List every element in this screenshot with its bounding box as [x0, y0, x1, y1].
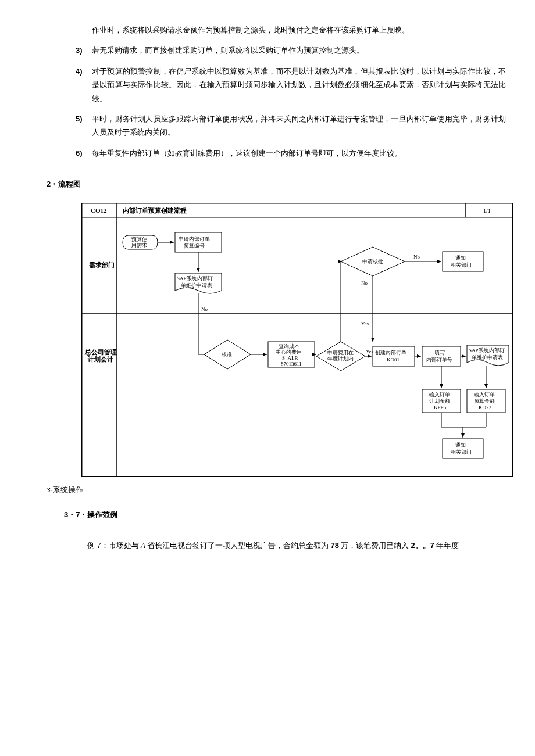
label-yes-1: Yes: [361, 321, 369, 327]
lane-1-label: 需求部门: [89, 261, 115, 268]
list-item-4: 4) 对于预算的预警控制，在仍尸系统中以预算数为基准，而不是以计划数为基准，但其…: [76, 65, 506, 105]
node-create-l1: 创建内部订单: [375, 350, 406, 356]
list-num: 5): [76, 112, 92, 139]
list-num: 6): [76, 146, 92, 160]
subsection-num: 3・7・: [64, 510, 87, 519]
node-bud-l1: 输入订单: [474, 392, 495, 397]
flow-code: CO12: [91, 207, 107, 214]
node-form-l2: 单维护申请表: [181, 282, 212, 288]
node-query-l2: 中心的费用: [276, 349, 302, 355]
node-inplan-l2: 年度计划内: [327, 356, 354, 361]
flow-title: 内部订单预算创建流程: [123, 207, 187, 214]
node-form-r-l1: SAP系统内部订: [469, 347, 505, 353]
list-item-3: 3) 若无采购请求，而直接创建采购订单，则系统将以采购订单作为预算控制之源头。: [76, 44, 506, 57]
node-plan-l3: KPF6: [434, 404, 447, 410]
list-text: 每年重复性内部订单（如教育训练费用），速议创建一个内部订单号即可，以方便年度比较…: [92, 146, 506, 160]
node-inplan-l1: 申请费用在: [327, 350, 354, 356]
node-bud-l3: KO22: [479, 404, 491, 410]
list-item-6: 6) 每年重复性内部订单（如教育训练费用），速议创建一个内部订单号即可，以方便年…: [76, 146, 506, 160]
flow-page: 1/1: [483, 207, 491, 214]
node-notify-b-l1: 通知: [455, 442, 466, 448]
node-check: 核准: [221, 352, 232, 357]
node-apply-l1: 申请内部订单: [179, 236, 210, 242]
list-text: 若无采购请求，而直接创建采购订单，则系统将以采购订单作为预算控制之源头。: [92, 44, 506, 57]
node-plan-l2: 计划金额: [429, 398, 450, 404]
node-notify-l1: 通知: [455, 255, 466, 261]
node-form-r-l2: 单维护申请表: [472, 354, 503, 360]
node-start-l1: 预算使: [131, 237, 147, 242]
label-yes-2: Yes: [366, 349, 374, 354]
node-form-l1: SAP系统内部订: [177, 275, 213, 281]
flowchart-svg: CO12 内部订单预算创建流程 1/1 需求部门 总公司管理 计划会计 预算使 …: [81, 203, 513, 477]
example-text-f: 年年度: [434, 541, 459, 550]
example-text-c: 78: [331, 541, 339, 550]
section-title: 系统操作: [53, 485, 83, 494]
node-notify-b-l2: 相关部门: [451, 449, 472, 455]
node-notify-l2: 相关部门: [451, 262, 472, 268]
section-num: 2・: [47, 180, 58, 188]
example-7: 例 7：市场处与 A 省长江电视台签订了一项大型电视广告，合约总金额为 78 万…: [87, 539, 512, 552]
lane-2-label-b: 计划会计: [87, 356, 113, 363]
node-plan-l1: 输入订单: [429, 392, 450, 397]
example-text-e: 2。。7: [411, 541, 434, 550]
example-text-d: 万，该笔费用已纳入: [339, 541, 411, 550]
node-fill-l2: 内部订单号: [426, 357, 452, 363]
label-no-1: No: [201, 306, 208, 312]
node-start-l2: 用需求: [131, 242, 147, 248]
subsection-title: 操作范例: [87, 510, 117, 519]
node-create-l2: KO01: [387, 357, 400, 363]
node-bud-l2: 预算金额: [474, 398, 495, 404]
node-query-l4: 87013611: [281, 361, 302, 367]
list-num: 3): [76, 44, 92, 57]
example-text-b: 省长江电视台签订了一项大型电视广告，合约总金额为: [145, 541, 331, 550]
intro-continuation: 作业时，系统将以采购请求金额作为预算控制之源头，此时预付之定金将在该采购订单上反…: [92, 23, 506, 37]
section-num: 3-: [47, 485, 53, 494]
node-query-l1: 查询成本: [279, 343, 299, 349]
example-label: 例 7：: [87, 541, 109, 550]
node-fill-l1: 填写: [434, 350, 445, 356]
node-apply-l2: 预算编号: [184, 243, 205, 249]
flowchart-container: CO12 内部订单预算创建流程 1/1 需求部门 总公司管理 计划会计 预算使 …: [81, 203, 512, 477]
lane-2-label-a: 总公司管理: [84, 349, 117, 356]
node-query-l3: S_ALR_: [282, 355, 301, 361]
label-no-3: No: [361, 280, 368, 286]
example-text-a2: A: [141, 541, 145, 550]
node-approve: 申请核批: [362, 259, 383, 264]
list-text: 对于预算的预警控制，在仍尸系统中以预算数为基准，而不是以计划数为基准，但其报表比…: [92, 65, 506, 105]
list-num: 4): [76, 65, 92, 105]
svg-rect-5: [82, 314, 117, 476]
section-3-1-heading: 3・7・操作范例: [64, 508, 512, 521]
label-no-2: No: [413, 254, 420, 260]
list-item-5: 5) 平时，财务计划人员应多跟踪内部订单使用状况，并将未关闭之内部订单进行专案管…: [76, 112, 506, 139]
section-3-heading: 3-系统操作: [47, 483, 512, 496]
list-text: 平时，财务计划人员应多跟踪内部订单使用状况，并将未关闭之内部订单进行专案管理，一…: [92, 112, 506, 139]
section-title: 流程图: [58, 180, 81, 188]
section-2-heading: 2・流程图: [47, 177, 512, 191]
example-text-a: 市场处与: [109, 541, 141, 550]
